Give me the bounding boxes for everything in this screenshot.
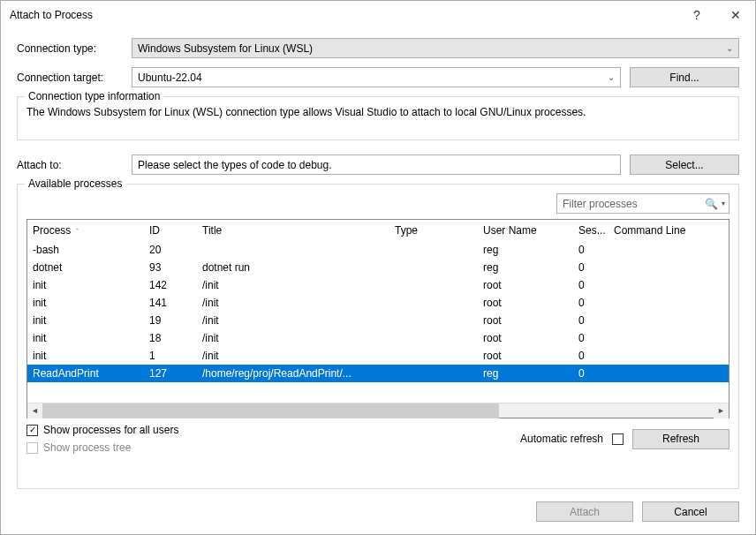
cell: reg	[478, 261, 573, 274]
column-title[interactable]: Title	[197, 220, 389, 241]
grid-body: -bash20reg0dotnet93dotnet runreg0init142…	[27, 241, 729, 403]
filter-placeholder: Filter processes	[563, 198, 638, 210]
cell: /init	[197, 350, 389, 362]
cell: init	[27, 314, 144, 327]
scroll-left-icon[interactable]: ◄	[27, 403, 42, 418]
column-type[interactable]: Type	[389, 220, 478, 241]
cell: init	[27, 332, 144, 344]
column-id[interactable]: ID	[144, 220, 197, 241]
column-user-name[interactable]: User Name	[478, 220, 573, 241]
cell: reg	[478, 367, 573, 380]
cell: reg	[478, 244, 573, 256]
show-all-users-checkbox[interactable]: ✓ Show processes for all users	[26, 424, 178, 436]
attach-to-field[interactable]: Please select the types of code to debug…	[132, 154, 621, 175]
show-process-tree-checkbox[interactable]: Show process tree	[26, 441, 178, 454]
cell: 0	[573, 279, 609, 291]
cell: 0	[573, 314, 609, 327]
cell: root	[478, 332, 573, 344]
cell: 141	[144, 297, 197, 309]
table-row[interactable]: init19/initroot0	[27, 312, 729, 329]
select-button[interactable]: Select...	[630, 154, 739, 175]
column-session[interactable]: Ses...	[573, 220, 609, 241]
cell: root	[478, 314, 573, 327]
cancel-button[interactable]: Cancel	[642, 501, 739, 522]
scroll-track[interactable]	[42, 403, 714, 418]
cell: 0	[573, 367, 609, 380]
automatic-refresh-checkbox[interactable]	[612, 433, 624, 445]
checkbox-unchecked-icon	[612, 433, 624, 445]
automatic-refresh-label: Automatic refresh	[520, 433, 603, 445]
cell: root	[478, 297, 573, 309]
connection-info-text: The Windows Subsystem for Linux (WSL) co…	[26, 106, 730, 118]
close-button[interactable]: ✕	[716, 1, 755, 29]
cell: root	[478, 350, 573, 362]
cell: -bash	[27, 244, 144, 256]
help-button[interactable]: ?	[677, 1, 716, 29]
cell: 127	[144, 367, 197, 380]
cell: 20	[144, 244, 197, 256]
cell: 0	[573, 332, 609, 344]
search-icon: 🔍	[705, 198, 718, 210]
cell: /init	[197, 332, 389, 344]
cell: 142	[144, 279, 197, 291]
cell: 0	[573, 244, 609, 256]
connection-target-combo[interactable]: Ubuntu-22.04 ⌄	[132, 67, 621, 87]
cell: /init	[197, 279, 389, 291]
table-row[interactable]: init141/initroot0	[27, 294, 729, 312]
find-button[interactable]: Find...	[630, 67, 739, 87]
chevron-down-icon: ⌄	[726, 43, 733, 53]
attach-to-label: Attach to:	[17, 159, 123, 171]
horizontal-scrollbar[interactable]: ◄ ►	[27, 403, 729, 418]
titlebar: Attach to Process ? ✕	[1, 1, 755, 29]
cell: dotnet run	[197, 261, 389, 274]
refresh-button[interactable]: Refresh	[632, 429, 730, 449]
available-processes-group: Available processes Filter processes 🔍 ▾…	[17, 184, 739, 489]
chevron-down-icon: ▾	[722, 200, 725, 207]
connection-type-label: Connection type:	[17, 42, 123, 55]
checkbox-checked-icon: ✓	[26, 425, 38, 436]
connection-target-value: Ubuntu-22.04	[138, 72, 202, 84]
cell: /init	[197, 297, 389, 309]
cell: /init	[197, 314, 389, 327]
chevron-down-icon: ⌄	[608, 72, 615, 82]
cell: 0	[573, 261, 609, 274]
cell: root	[478, 279, 573, 291]
cell: dotnet	[27, 261, 144, 274]
connection-info-legend: Connection type information	[25, 90, 163, 102]
scroll-right-icon[interactable]: ►	[714, 403, 729, 418]
cell: ReadAndPrint	[27, 367, 144, 380]
cell: /home/reg/proj/ReadAndPrint/...	[197, 367, 389, 380]
cell: 1	[144, 350, 197, 362]
sort-ascending-icon: ˆ	[76, 227, 79, 235]
table-row[interactable]: init142/initroot0	[27, 276, 729, 294]
cell: 0	[573, 297, 609, 309]
cell: init	[27, 297, 144, 309]
table-row[interactable]: dotnet93dotnet runreg0	[27, 259, 729, 276]
table-row[interactable]: init1/initroot0	[27, 347, 729, 365]
window-title: Attach to Process	[10, 9, 677, 21]
connection-target-label: Connection target:	[17, 72, 123, 84]
process-grid: Process ˆ ID Title Type User Name Ses...…	[26, 219, 730, 418]
cell: init	[27, 279, 144, 291]
grid-header: Process ˆ ID Title Type User Name Ses...…	[27, 220, 729, 241]
cell: 0	[573, 350, 609, 362]
available-processes-legend: Available processes	[25, 177, 126, 190]
column-process[interactable]: Process ˆ	[27, 220, 144, 241]
cell: 93	[144, 261, 197, 274]
attach-to-placeholder: Please select the types of code to debug…	[138, 159, 331, 171]
table-row[interactable]: ReadAndPrint127/home/reg/proj/ReadAndPri…	[27, 365, 729, 382]
connection-type-value: Windows Subsystem for Linux (WSL)	[138, 42, 313, 55]
checkbox-unchecked-icon	[26, 442, 38, 454]
filter-processes-field[interactable]: Filter processes 🔍 ▾	[556, 193, 730, 214]
cell: 18	[144, 332, 197, 344]
column-command-line[interactable]: Command Line	[609, 220, 729, 241]
attach-to-process-dialog: Attach to Process ? ✕ Connection type: W…	[0, 0, 756, 535]
cell: 19	[144, 314, 197, 327]
connection-type-info-group: Connection type information The Windows …	[17, 96, 739, 140]
cell: init	[27, 350, 144, 362]
table-row[interactable]: -bash20reg0	[27, 241, 729, 259]
connection-type-combo[interactable]: Windows Subsystem for Linux (WSL) ⌄	[132, 38, 739, 58]
table-row[interactable]: init18/initroot0	[27, 329, 729, 347]
attach-button[interactable]: Attach	[536, 501, 633, 522]
scroll-thumb[interactable]	[42, 403, 499, 418]
